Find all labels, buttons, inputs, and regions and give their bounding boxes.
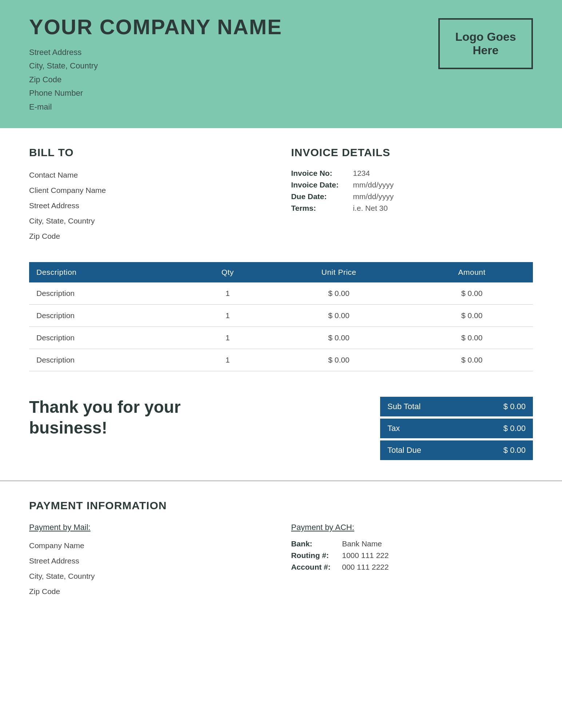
- invoice-no-label: Invoice No:: [291, 167, 353, 179]
- payment-mail-details: Company Name Street Address City, State,…: [29, 538, 271, 599]
- item-qty: 1: [188, 282, 267, 305]
- item-description: Description: [29, 327, 188, 349]
- items-section: Description Qty Unit Price Amount Descri…: [0, 258, 562, 382]
- payment-ach-title: Payment by ACH:: [291, 523, 533, 532]
- item-description: Description: [29, 282, 188, 305]
- logo-text: Logo GoesHere: [455, 30, 516, 57]
- bill-street: Street Address: [29, 198, 271, 213]
- tax-row: Tax $ 0.00: [380, 419, 533, 438]
- terms-label: Terms:: [291, 202, 353, 214]
- company-name: YOUR COMPANY NAME: [29, 15, 282, 39]
- item-qty: 1: [188, 304, 267, 327]
- payment-ach-table: Bank: Bank Name Routing #: 1000 111 222 …: [291, 538, 388, 573]
- terms-value: i.e. Net 30: [353, 202, 533, 214]
- item-unit-price: $ 0.00: [267, 304, 411, 327]
- item-qty: 1: [188, 349, 267, 371]
- items-table: Description Qty Unit Price Amount Descri…: [29, 262, 533, 371]
- totals-table: Sub Total $ 0.00 Tax $ 0.00 Total Due $ …: [380, 397, 533, 462]
- item-qty: 1: [188, 327, 267, 349]
- item-unit-price: $ 0.00: [267, 327, 411, 349]
- company-city: City, State, Country: [29, 59, 282, 72]
- totals-section: Thank you for your business! Sub Total $…: [0, 382, 562, 480]
- bill-city: City, State, Country: [29, 213, 271, 229]
- payment-mail-col: Payment by Mail: Company Name Street Add…: [29, 523, 271, 599]
- invoice-date-value: mm/dd/yyyy: [353, 179, 533, 191]
- total-due-label: Total Due: [387, 446, 421, 455]
- table-row: Description 1 $ 0.00 $ 0.00: [29, 327, 533, 349]
- total-due-value: $ 0.00: [503, 446, 526, 455]
- payment-city: City, State, Country: [29, 569, 271, 584]
- bill-to-section: BILL TO Contact Name Client Company Name…: [29, 146, 271, 244]
- invoice-date-label: Invoice Date:: [291, 179, 353, 191]
- subtotal-row: Sub Total $ 0.00: [380, 397, 533, 416]
- payment-zip: Zip Code: [29, 584, 271, 599]
- page-header: YOUR COMPANY NAME Street Address City, S…: [0, 0, 562, 128]
- payment-title: PAYMENT INFORMATION: [29, 499, 533, 512]
- invoice-no-value: 1234: [353, 167, 533, 179]
- bank-value: Bank Name: [342, 538, 388, 550]
- payment-section: PAYMENT INFORMATION Payment by Mail: Com…: [0, 480, 562, 621]
- bank-label: Bank:: [291, 538, 342, 550]
- company-zip: Zip Code: [29, 73, 282, 86]
- company-details: Street Address City, State, Country Zip …: [29, 46, 282, 114]
- payment-street: Street Address: [29, 553, 271, 569]
- routing-value: 1000 111 222: [342, 550, 388, 561]
- company-street: Street Address: [29, 46, 282, 59]
- table-row: Description 1 $ 0.00 $ 0.00: [29, 349, 533, 371]
- account-label: Account #:: [291, 561, 342, 573]
- item-description: Description: [29, 349, 188, 371]
- account-value: 000 111 2222: [342, 561, 388, 573]
- bill-zip: Zip Code: [29, 229, 271, 244]
- col-qty: Qty: [188, 262, 267, 282]
- routing-label: Routing #:: [291, 550, 342, 561]
- payment-mail-title: Payment by Mail:: [29, 523, 271, 532]
- invoice-details-table: Invoice No: 1234 Invoice Date: mm/dd/yyy…: [291, 167, 533, 214]
- contact-name: Contact Name: [29, 167, 271, 183]
- due-date-label: Due Date:: [291, 191, 353, 202]
- payment-company-name: Company Name: [29, 538, 271, 553]
- payment-columns: Payment by Mail: Company Name Street Add…: [29, 523, 533, 599]
- thank-you-text: Thank you for your business!: [29, 397, 196, 439]
- company-info: YOUR COMPANY NAME Street Address City, S…: [29, 15, 282, 114]
- item-amount: $ 0.00: [411, 304, 533, 327]
- item-description: Description: [29, 304, 188, 327]
- subtotal-label: Sub Total: [387, 402, 420, 411]
- item-unit-price: $ 0.00: [267, 349, 411, 371]
- col-amount: Amount: [411, 262, 533, 282]
- logo-box: Logo GoesHere: [438, 18, 533, 69]
- total-due-row: Total Due $ 0.00: [380, 440, 533, 460]
- bill-to-title: BILL TO: [29, 146, 271, 159]
- tax-value: $ 0.00: [503, 424, 526, 433]
- col-unit-price: Unit Price: [267, 262, 411, 282]
- item-unit-price: $ 0.00: [267, 282, 411, 305]
- invoice-details-section: INVOICE DETAILS Invoice No: 1234 Invoice…: [291, 146, 533, 244]
- bill-to-details: Contact Name Client Company Name Street …: [29, 167, 271, 244]
- company-phone: Phone Number: [29, 86, 282, 100]
- payment-ach-col: Payment by ACH: Bank: Bank Name Routing …: [291, 523, 533, 599]
- item-amount: $ 0.00: [411, 282, 533, 305]
- subtotal-value: $ 0.00: [503, 402, 526, 411]
- invoice-details-title: INVOICE DETAILS: [291, 146, 533, 159]
- bill-invoice-section: BILL TO Contact Name Client Company Name…: [0, 128, 562, 258]
- col-description: Description: [29, 262, 188, 282]
- tax-label: Tax: [387, 424, 400, 433]
- due-date-value: mm/dd/yyyy: [353, 191, 533, 202]
- item-amount: $ 0.00: [411, 327, 533, 349]
- table-row: Description 1 $ 0.00 $ 0.00: [29, 304, 533, 327]
- item-amount: $ 0.00: [411, 349, 533, 371]
- table-row: Description 1 $ 0.00 $ 0.00: [29, 282, 533, 305]
- client-company: Client Company Name: [29, 183, 271, 198]
- company-email: E-mail: [29, 100, 282, 114]
